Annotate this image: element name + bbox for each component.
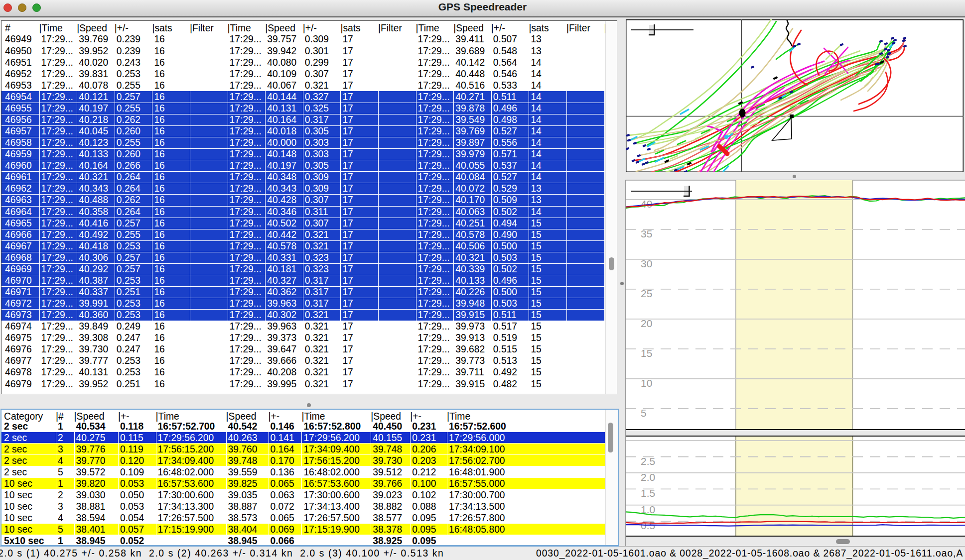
svg-text:40: 40 — [641, 198, 652, 210]
svg-text:1.5: 1.5 — [641, 487, 655, 499]
svg-text:2.5: 2.5 — [641, 455, 655, 467]
svg-text:15: 15 — [641, 347, 652, 359]
svg-text:5: 5 — [641, 407, 647, 419]
svg-text:25: 25 — [641, 288, 652, 299]
svg-text:35: 35 — [641, 228, 652, 239]
svg-text:2.0: 2.0 — [641, 471, 655, 483]
svg-text:20: 20 — [641, 318, 652, 329]
svg-text:10: 10 — [641, 377, 652, 389]
svg-text:30: 30 — [641, 258, 652, 269]
